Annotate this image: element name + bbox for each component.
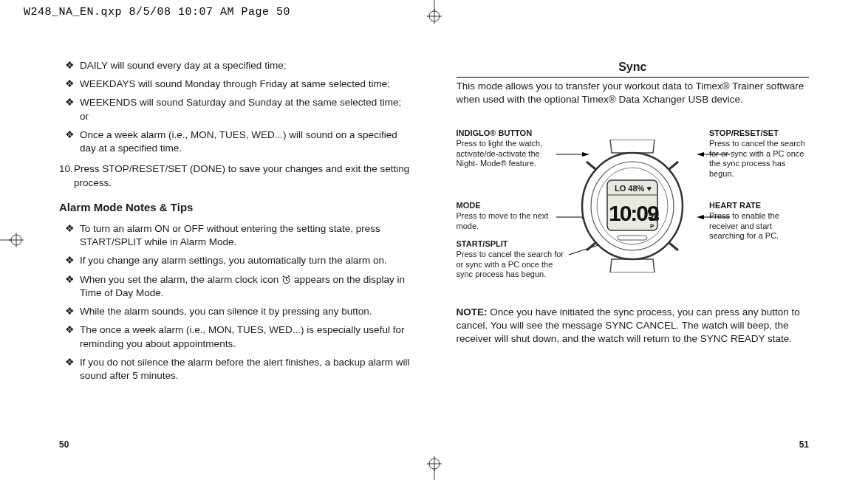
- bullet-text: The once a week alarm (i.e., MON, TUES, …: [80, 323, 412, 350]
- page-number-left: 50: [59, 439, 69, 450]
- sync-heading: Sync: [457, 59, 810, 78]
- bullet-icon: ❖: [59, 273, 80, 300]
- callout-title: START/SPLIT: [457, 239, 567, 250]
- watch-diagram: INDIGLO® BUTTON Press to light the watch…: [457, 128, 810, 284]
- callout-body: Press to cancel the search for or sync w…: [709, 139, 809, 179]
- bullet-text: WEEKENDS will sound Saturday and Sunday …: [80, 96, 412, 123]
- list-item: ❖ DAILY will sound every day at a specif…: [59, 59, 412, 72]
- page-number-right: 51: [799, 439, 809, 450]
- callout-body: Press to cancel the search for or sync w…: [457, 250, 567, 280]
- top-bullet-list: ❖ DAILY will sound every day at a specif…: [59, 59, 412, 155]
- bullet-icon: ❖: [59, 59, 80, 72]
- list-item: ❖ If you change any alarm settings, you …: [59, 254, 412, 267]
- display-seconds: 36: [649, 212, 659, 223]
- callout-title: MODE: [457, 201, 556, 211]
- display-ampm: P: [650, 223, 655, 230]
- bullet-text: If you change any alarm settings, you au…: [80, 254, 412, 267]
- svg-line-15: [283, 275, 284, 277]
- step-number: 10.: [59, 162, 74, 189]
- list-item: ❖ The once a week alarm (i.e., MON, TUES…: [59, 323, 412, 350]
- bullet-icon: ❖: [59, 78, 80, 91]
- alarm-tips-heading: Alarm Mode Notes & Tips: [59, 200, 412, 215]
- list-item: ❖ Once a week alarm (i.e., MON, TUES, WE…: [59, 128, 412, 155]
- sync-note: NOTE: Once you have initiated the sync p…: [457, 306, 810, 346]
- callout-start-split: START/SPLIT Press to cancel the search f…: [457, 239, 567, 280]
- display-top-line: LO 48% ♥: [615, 184, 652, 193]
- callout-title: HEART RATE: [709, 201, 809, 211]
- step-text: Press STOP/RESET/SET (DONE) to save your…: [74, 162, 412, 189]
- list-item: ❖ When you set the alarm, the alarm cloc…: [59, 273, 412, 300]
- crop-mark-left: [0, 225, 30, 255]
- list-item: ❖ WEEKDAYS will sound Monday through Fri…: [59, 78, 412, 91]
- bullet-icon: ❖: [59, 254, 80, 267]
- list-item: ❖ While the alarm sounds, you can silenc…: [59, 305, 412, 318]
- bullet-text: To turn an alarm ON or OFF without enter…: [80, 222, 412, 249]
- svg-marker-26: [697, 215, 704, 219]
- callout-body: Press to light the watch, activate/de-ac…: [457, 139, 556, 169]
- bullet-text: Once a week alarm (i.e., MON, TUES, WED.…: [80, 128, 412, 155]
- bullet-icon: ❖: [59, 96, 80, 123]
- left-page: ❖ DAILY will sound every day at a specif…: [59, 59, 412, 450]
- watch-illustration: LO 48% ♥ 10:09 36 P: [573, 140, 691, 272]
- file-header: W248_NA_EN.qxp 8/5/08 10:07 AM Page 50: [24, 6, 290, 18]
- svg-line-16: [288, 275, 290, 277]
- callout-indiglo: INDIGLO® BUTTON Press to light the watch…: [457, 128, 556, 169]
- callout-title: INDIGLO® BUTTON: [457, 128, 556, 139]
- svg-marker-24: [697, 152, 704, 157]
- list-item: ❖ If you do not silence the alarm before…: [59, 356, 412, 383]
- alarm-clock-icon: [281, 275, 291, 284]
- bullet-text: DAILY will sound every day at a specifie…: [80, 59, 412, 72]
- list-item: ❖ WEEKENDS will sound Saturday and Sunda…: [59, 96, 412, 123]
- bullet-icon: ❖: [59, 222, 80, 249]
- callout-mode: MODE Press to move to the next mode.: [457, 201, 556, 231]
- step-10: 10. Press STOP/RESET/SET (DONE) to save …: [59, 162, 412, 189]
- crop-mark-top: [420, 0, 449, 30]
- arrow-stop: [697, 151, 730, 158]
- crop-mark-bottom: [420, 450, 449, 480]
- callout-title: STOP/RESET/SET: [709, 128, 809, 139]
- bullet-text: While the alarm sounds, you can silence …: [80, 305, 412, 318]
- arrow-heart: [697, 213, 730, 221]
- bullet-icon: ❖: [59, 128, 80, 155]
- bullet-icon: ❖: [59, 323, 80, 350]
- list-item: ❖ To turn an alarm ON or OFF without ent…: [59, 222, 412, 249]
- right-page: Sync This mode allows you to transfer yo…: [457, 59, 810, 450]
- callout-heart-rate: HEART RATE Press to enable the receiver …: [709, 201, 809, 241]
- tips-bullet-list: ❖ To turn an alarm ON or OFF without ent…: [59, 222, 412, 383]
- bullet-text: When you set the alarm, the alarm clock …: [80, 273, 412, 300]
- bullet-icon: ❖: [59, 305, 80, 318]
- note-label: NOTE:: [457, 306, 488, 318]
- callout-body: Press to move to the next mode.: [457, 211, 556, 232]
- sync-intro-text: This mode allows you to transfer your wo…: [457, 80, 810, 106]
- bullet-text: WEEKDAYS will sound Monday through Frida…: [80, 78, 412, 91]
- note-body: Once you have initiated the sync process…: [457, 306, 800, 344]
- bullet-icon: ❖: [59, 356, 80, 383]
- bullet-text: If you do not silence the alarm before t…: [80, 356, 412, 383]
